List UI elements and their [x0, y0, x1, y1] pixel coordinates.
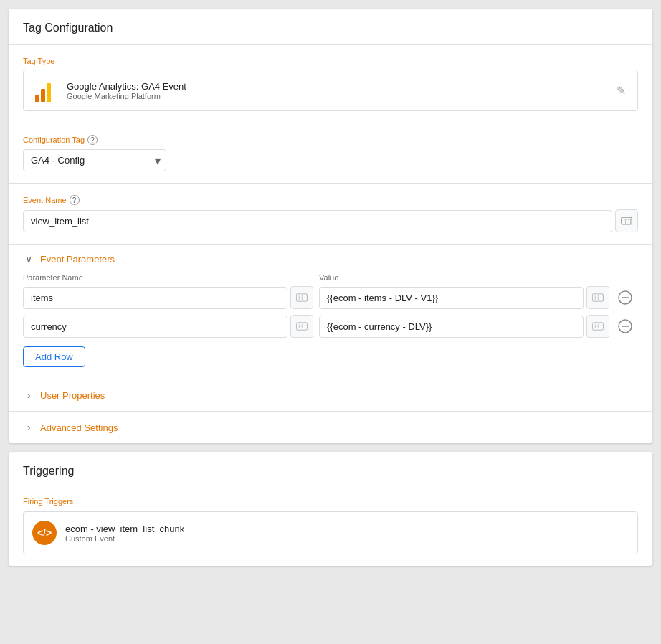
- param-name-cell-2: {{ }}: [23, 315, 313, 338]
- event-params-section: ∨ Event Parameters Parameter Name Value …: [9, 245, 652, 379]
- tag-type-info: Google Analytics: GA4 Event Google Marke…: [35, 79, 186, 102]
- triggering-card: Triggering Firing Triggers </> ecom - vi…: [9, 452, 652, 566]
- variable-icon: {{ }}: [592, 321, 604, 332]
- param-value-variable-btn-2[interactable]: {{ }}: [586, 315, 609, 338]
- tag-type-section: Tag Type Google Analytics: GA4 Event Goo…: [9, 45, 652, 123]
- param-name-variable-btn-2[interactable]: {{ }}: [290, 315, 313, 338]
- event-name-section: Event Name ? {{ }}: [9, 184, 652, 245]
- param-name-col-header: Parameter Name: [23, 273, 313, 282]
- advanced-settings-chevron: ›: [23, 422, 34, 433]
- trigger-type: Custom Event: [65, 534, 184, 543]
- tag-type-text: Google Analytics: GA4 Event Google Marke…: [67, 81, 186, 100]
- minus-circle-icon: [618, 290, 632, 305]
- param-name-variable-btn-1[interactable]: {{ }}: [290, 286, 313, 309]
- config-tag-dropdown-wrapper: GA4 - Config GA4 - Other ▾: [23, 149, 166, 171]
- params-col-headers: Parameter Name Value: [23, 273, 638, 282]
- tag-type-label: Tag Type: [23, 57, 638, 65]
- add-row-button[interactable]: Add Row: [23, 346, 85, 367]
- svg-text:{{ }}: {{ }}: [594, 295, 604, 300]
- advanced-settings-section[interactable]: › Advanced Settings: [9, 412, 652, 443]
- tag-config-card: Tag Configuration Tag Type Google Analyt…: [9, 9, 652, 443]
- bar3: [47, 83, 51, 102]
- event-params-header[interactable]: ∨ Event Parameters: [23, 253, 638, 265]
- user-properties-section[interactable]: › User Properties: [9, 379, 652, 412]
- event-params-title: Event Parameters: [40, 254, 115, 265]
- card-title: Tag Configuration: [9, 9, 652, 45]
- user-properties-title: User Properties: [40, 390, 105, 401]
- param-value-cell-2: {{ }}: [319, 315, 609, 338]
- table-row: {{ }} {{ }}: [23, 315, 638, 338]
- event-name-variable-btn[interactable]: {{ }}: [615, 209, 638, 232]
- event-params-chevron: ∨: [23, 253, 34, 265]
- event-name-input[interactable]: [23, 210, 612, 232]
- remove-row-btn-2[interactable]: [615, 316, 635, 336]
- event-name-row: {{ }}: [23, 209, 638, 232]
- variable-icon: {{ }}: [296, 321, 308, 332]
- svg-text:{{ }}: {{ }}: [298, 323, 308, 329]
- svg-text:{{ }}: {{ }}: [298, 295, 308, 300]
- variable-icon: {{ }}: [592, 292, 604, 303]
- edit-icon[interactable]: ✎: [617, 84, 626, 98]
- trigger-icon: </>: [32, 521, 57, 545]
- table-row: {{ }} {{ }}: [23, 286, 638, 309]
- triggering-title: Triggering: [9, 452, 652, 488]
- variable-icon: {{ }}: [621, 215, 632, 227]
- variable-icon: {{ }}: [296, 292, 308, 303]
- advanced-settings-title: Advanced Settings: [40, 422, 118, 433]
- event-name-label: Event Name ?: [23, 195, 638, 205]
- trigger-name: ecom - view_item_list_chunk: [65, 524, 184, 534]
- svg-text:{{ }}: {{ }}: [623, 218, 632, 224]
- param-value-variable-btn-1[interactable]: {{ }}: [586, 286, 609, 309]
- trigger-row: </> ecom - view_item_list_chunk Custom E…: [23, 511, 638, 554]
- bar2: [41, 89, 45, 102]
- trigger-info: ecom - view_item_list_chunk Custom Event: [65, 524, 184, 543]
- event-name-help-icon[interactable]: ?: [70, 195, 80, 205]
- remove-row-btn-1[interactable]: [615, 288, 635, 308]
- param-value-input-1[interactable]: [319, 287, 584, 309]
- param-name-cell-1: {{ }}: [23, 286, 313, 309]
- svg-text:{{ }}: {{ }}: [594, 323, 604, 329]
- tag-type-sub: Google Marketing Platform: [67, 92, 186, 100]
- bar1: [35, 95, 39, 102]
- config-tag-help-icon[interactable]: ?: [87, 135, 98, 145]
- value-col-header: Value: [319, 273, 609, 282]
- trigger-icon-symbol: </>: [37, 527, 52, 539]
- user-properties-chevron: ›: [23, 389, 34, 401]
- firing-triggers-label: Firing Triggers: [9, 488, 652, 511]
- param-name-input-1[interactable]: [23, 287, 287, 309]
- params-table: Parameter Name Value {{ }}: [23, 273, 638, 367]
- param-value-input-2[interactable]: [319, 316, 584, 338]
- tag-type-name: Google Analytics: GA4 Event: [67, 81, 186, 92]
- minus-circle-icon: [618, 319, 632, 333]
- config-tag-section: Configuration Tag ? GA4 - Config GA4 - O…: [9, 123, 652, 184]
- param-name-input-2[interactable]: [23, 316, 287, 338]
- tag-type-box: Google Analytics: GA4 Event Google Marke…: [23, 70, 638, 111]
- ga4-icon: [35, 79, 58, 102]
- config-tag-label: Configuration Tag ?: [23, 135, 638, 145]
- param-value-cell-1: {{ }}: [319, 286, 609, 309]
- config-tag-select[interactable]: GA4 - Config GA4 - Other: [23, 149, 166, 171]
